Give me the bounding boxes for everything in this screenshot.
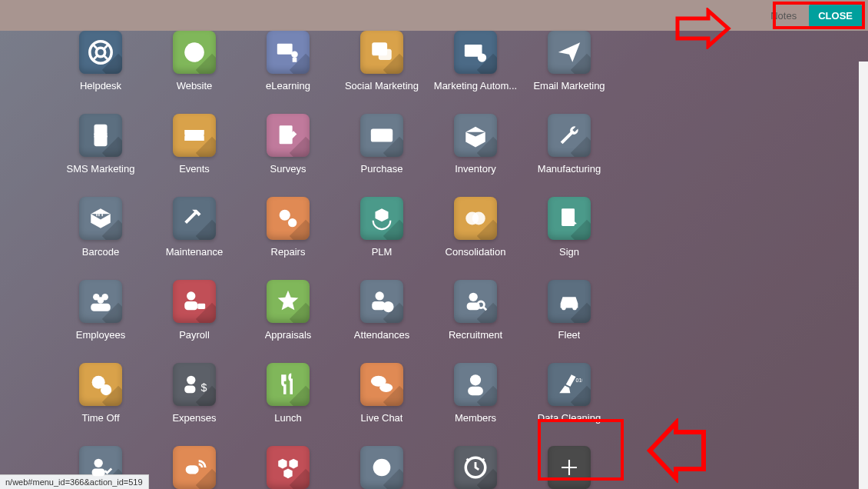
money-person-icon (173, 280, 216, 323)
app-manufacturing[interactable]: Manufacturing (522, 105, 616, 188)
app-payroll[interactable]: Payroll (147, 271, 241, 354)
app-grid: HelpdeskWebsiteeLearningSocial Marketing… (54, 22, 616, 489)
app-repairs[interactable]: Repairs (241, 188, 335, 271)
app-label: Helpdesk (80, 80, 121, 91)
app-label: Marketing Autom... (434, 80, 517, 91)
app-members[interactable]: Members (429, 354, 522, 437)
app-expenses[interactable]: Expenses (147, 354, 241, 437)
app-label: Live Chat (361, 412, 403, 424)
app-label: Manufacturing (538, 163, 601, 175)
sign-doc-icon (548, 197, 591, 240)
app-email-marketing[interactable]: Email Marketing (522, 22, 616, 105)
app-inventory[interactable]: Inventory (429, 105, 522, 188)
close-button[interactable]: CLOSE (809, 5, 862, 27)
app-unnamed[interactable] (241, 437, 335, 489)
app-label: SMS Marketing (67, 163, 135, 175)
app-label: PLM (372, 246, 393, 258)
app-add-button[interactable] (522, 437, 616, 489)
app-label: Surveys (270, 163, 306, 175)
boxes-icon (267, 446, 310, 489)
app-attendances[interactable]: Attendances (335, 271, 429, 354)
expense-icon (173, 363, 216, 406)
app-plm[interactable]: PLM (335, 188, 429, 271)
group-icon (79, 280, 122, 323)
app-label: Barcode (82, 246, 119, 258)
app-label: Consolidation (446, 246, 506, 258)
app-lunch[interactable]: Lunch (241, 354, 335, 437)
globe-icon (173, 31, 216, 74)
envelope-gear-icon (454, 31, 497, 74)
app-label: eLearning (266, 80, 310, 91)
app-unnamed[interactable] (429, 437, 522, 489)
app-label: Members (455, 412, 496, 424)
status-bar: n/web#menu_id=366&action_id=519 (0, 474, 149, 489)
app-marketing-autom-[interactable]: Marketing Autom... (429, 22, 522, 105)
app-consolidation[interactable]: Consolidation (429, 188, 522, 271)
app-label: Purchase (361, 163, 403, 175)
app-label: Maintenance (166, 246, 223, 258)
app-elearning[interactable]: eLearning (241, 22, 335, 105)
app-surveys[interactable]: Surveys (241, 105, 335, 188)
app-employees[interactable]: Employees (54, 271, 147, 354)
app-launcher: HelpdeskWebsiteeLearningSocial Marketing… (0, 31, 868, 489)
sms-icon (79, 114, 122, 157)
notes-button[interactable]: Notes (763, 5, 804, 26)
paper-plane-icon (548, 31, 591, 74)
app-unnamed[interactable] (335, 437, 429, 489)
app-purchase[interactable]: Purchase (335, 105, 429, 188)
gear-clock-icon (79, 363, 122, 406)
app-label: Events (179, 163, 210, 175)
app-label: Payroll (179, 329, 210, 341)
app-label: Expenses (172, 412, 216, 424)
app-label: Time Off (81, 412, 119, 424)
app-label: Employees (76, 329, 125, 341)
app-recruitment[interactable]: Recruitment (429, 271, 522, 354)
cube-cycle-icon (360, 197, 403, 240)
app-label: Sign (559, 246, 579, 258)
box-open-icon (454, 114, 497, 157)
app-label: Inventory (455, 163, 495, 175)
lifebuoy-icon (79, 31, 122, 74)
scrollbar-vertical[interactable] (859, 62, 868, 489)
wrench-icon (548, 114, 591, 157)
app-fleet[interactable]: Fleet (522, 271, 616, 354)
app-data-cleaning[interactable]: Data Cleaning (522, 354, 616, 437)
app-label: Appraisals (265, 329, 312, 341)
app-label: Attendances (354, 329, 409, 341)
plus-icon (548, 446, 591, 489)
app-events[interactable]: Events (147, 105, 241, 188)
app-label: Lunch (274, 412, 301, 424)
gears-icon (267, 197, 310, 240)
star-icon (267, 280, 310, 323)
app-label: Recruitment (449, 329, 502, 341)
app-appraisals[interactable]: Appraisals (241, 271, 335, 354)
app-label: Repairs (271, 246, 306, 258)
cog-icon (360, 446, 403, 489)
teach-icon (267, 31, 310, 74)
chat-icon (360, 31, 403, 74)
app-time-off[interactable]: Time Off (54, 354, 147, 437)
person-clock-icon (360, 280, 403, 323)
clock-alert-icon (454, 446, 497, 489)
app-label: Data Cleaning (538, 412, 601, 424)
app-barcode[interactable]: Barcode (54, 188, 147, 271)
app-helpdesk[interactable]: Helpdesk (54, 22, 147, 105)
signal-icon (173, 446, 216, 489)
app-sms-marketing[interactable]: SMS Marketing (54, 105, 147, 188)
member-icon (454, 363, 497, 406)
app-label: Email Marketing (533, 80, 605, 91)
app-website[interactable]: Website (147, 22, 241, 105)
utensils-icon (267, 363, 310, 406)
hammer-icon (173, 197, 216, 240)
app-label: Fleet (558, 329, 581, 341)
app-live-chat[interactable]: Live Chat (335, 354, 429, 437)
bubbles-icon (360, 363, 403, 406)
person-search-icon (454, 280, 497, 323)
app-unnamed[interactable] (147, 437, 241, 489)
app-sign[interactable]: Sign (522, 188, 616, 271)
app-social-marketing[interactable]: Social Marketing (335, 22, 429, 105)
app-maintenance[interactable]: Maintenance (147, 188, 241, 271)
venn-icon (454, 197, 497, 240)
clipboard-pencil-icon (267, 114, 310, 157)
credit-card-icon (360, 114, 403, 157)
